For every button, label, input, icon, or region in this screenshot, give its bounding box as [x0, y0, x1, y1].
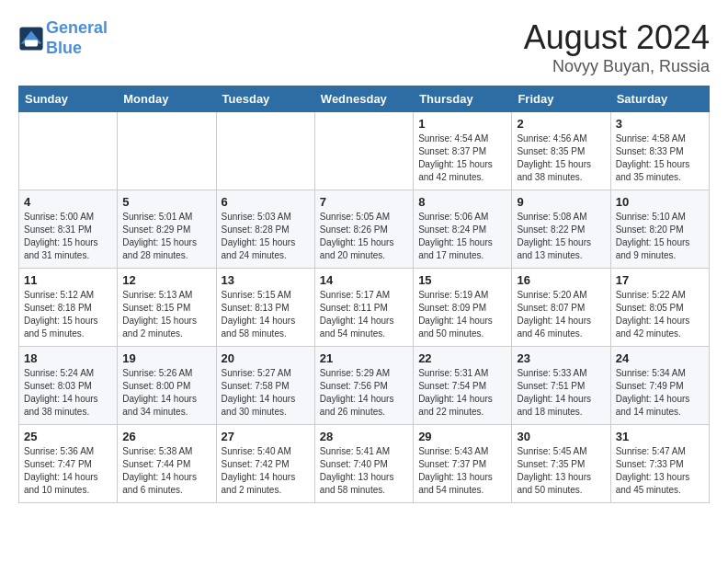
calendar-cell: 20Sunrise: 5:27 AM Sunset: 7:58 PM Dayli… [216, 347, 314, 425]
calendar-cell: 13Sunrise: 5:15 AM Sunset: 8:13 PM Dayli… [216, 269, 314, 347]
day-number: 27 [222, 430, 310, 443]
col-header-friday: Friday [512, 86, 610, 112]
day-info: Sunrise: 5:29 AM Sunset: 7:56 PM Dayligh… [320, 367, 408, 419]
day-number: 21 [320, 351, 408, 365]
logo: General Blue [18, 18, 108, 58]
calendar-cell: 3Sunrise: 4:58 AM Sunset: 8:33 PM Daylig… [610, 112, 709, 190]
calendar-cell [314, 112, 413, 190]
calendar-cell: 22Sunrise: 5:31 AM Sunset: 7:54 PM Dayli… [414, 347, 512, 425]
day-info: Sunrise: 5:31 AM Sunset: 7:54 PM Dayligh… [418, 367, 506, 419]
day-number: 2 [517, 117, 605, 131]
week-row-3: 11Sunrise: 5:12 AM Sunset: 8:18 PM Dayli… [19, 269, 710, 347]
day-info: Sunrise: 4:56 AM Sunset: 8:35 PM Dayligh… [517, 132, 605, 184]
calendar-cell: 11Sunrise: 5:12 AM Sunset: 8:18 PM Dayli… [19, 269, 118, 347]
day-number: 12 [122, 273, 210, 287]
day-number: 7 [320, 195, 408, 209]
day-info: Sunrise: 5:19 AM Sunset: 8:09 PM Dayligh… [418, 289, 506, 340]
col-header-monday: Monday [118, 86, 216, 112]
day-info: Sunrise: 5:27 AM Sunset: 7:58 PM Dayligh… [222, 367, 310, 419]
day-info: Sunrise: 5:13 AM Sunset: 8:15 PM Dayligh… [122, 289, 210, 340]
day-info: Sunrise: 5:01 AM Sunset: 8:29 PM Dayligh… [122, 211, 210, 262]
calendar-cell: 15Sunrise: 5:19 AM Sunset: 8:09 PM Dayli… [414, 269, 512, 347]
calendar-cell: 19Sunrise: 5:26 AM Sunset: 8:00 PM Dayli… [118, 347, 216, 425]
calendar-cell: 31Sunrise: 5:47 AM Sunset: 7:33 PM Dayli… [610, 425, 709, 503]
day-number: 31 [616, 430, 704, 443]
day-info: Sunrise: 5:20 AM Sunset: 8:07 PM Dayligh… [517, 289, 605, 340]
calendar-cell: 21Sunrise: 5:29 AM Sunset: 7:56 PM Dayli… [314, 347, 413, 425]
day-number: 15 [418, 273, 506, 287]
day-info: Sunrise: 5:34 AM Sunset: 7:49 PM Dayligh… [616, 367, 704, 419]
day-number: 23 [517, 351, 605, 365]
day-number: 26 [122, 430, 210, 443]
calendar-cell: 16Sunrise: 5:20 AM Sunset: 8:07 PM Dayli… [512, 269, 610, 347]
calendar-cell: 14Sunrise: 5:17 AM Sunset: 8:11 PM Dayli… [314, 269, 413, 347]
day-info: Sunrise: 5:43 AM Sunset: 7:37 PM Dayligh… [418, 445, 506, 497]
location: Novyy Buyan, Russia [524, 57, 710, 76]
calendar-cell: 18Sunrise: 5:24 AM Sunset: 8:03 PM Dayli… [19, 347, 118, 425]
day-info: Sunrise: 5:45 AM Sunset: 7:35 PM Dayligh… [517, 445, 605, 497]
day-info: Sunrise: 5:15 AM Sunset: 8:13 PM Dayligh… [222, 289, 310, 340]
day-number: 11 [24, 273, 112, 287]
calendar-cell [19, 112, 118, 190]
day-info: Sunrise: 5:03 AM Sunset: 8:28 PM Dayligh… [222, 211, 310, 262]
day-info: Sunrise: 5:40 AM Sunset: 7:42 PM Dayligh… [222, 445, 310, 497]
logo-icon [18, 26, 44, 52]
day-number: 25 [24, 430, 112, 443]
day-number: 28 [320, 430, 408, 443]
calendar-cell: 28Sunrise: 5:41 AM Sunset: 7:40 PM Dayli… [314, 425, 413, 503]
day-info: Sunrise: 5:17 AM Sunset: 8:11 PM Dayligh… [320, 289, 408, 340]
calendar-cell: 23Sunrise: 5:33 AM Sunset: 7:51 PM Dayli… [512, 347, 610, 425]
month-year: August 2024 [524, 18, 710, 57]
svg-rect-2 [25, 40, 38, 46]
calendar-cell: 1Sunrise: 4:54 AM Sunset: 8:37 PM Daylig… [414, 112, 512, 190]
calendar-cell [216, 112, 314, 190]
week-row-4: 18Sunrise: 5:24 AM Sunset: 8:03 PM Dayli… [19, 347, 710, 425]
day-number: 6 [222, 195, 310, 209]
week-row-1: 1Sunrise: 4:54 AM Sunset: 8:37 PM Daylig… [19, 112, 710, 190]
calendar-cell [118, 112, 216, 190]
day-info: Sunrise: 5:08 AM Sunset: 8:22 PM Dayligh… [517, 211, 605, 262]
day-number: 24 [616, 351, 704, 365]
day-number: 30 [517, 430, 605, 443]
calendar-cell: 12Sunrise: 5:13 AM Sunset: 8:15 PM Dayli… [118, 269, 216, 347]
day-info: Sunrise: 5:36 AM Sunset: 7:47 PM Dayligh… [24, 445, 112, 497]
day-number: 19 [122, 351, 210, 365]
calendar-cell: 6Sunrise: 5:03 AM Sunset: 8:28 PM Daylig… [216, 190, 314, 269]
calendar-cell: 9Sunrise: 5:08 AM Sunset: 8:22 PM Daylig… [512, 190, 610, 269]
day-number: 20 [222, 351, 310, 365]
day-number: 10 [616, 195, 704, 209]
day-info: Sunrise: 5:26 AM Sunset: 8:00 PM Dayligh… [122, 367, 210, 419]
col-header-saturday: Saturday [610, 86, 709, 112]
day-info: Sunrise: 5:41 AM Sunset: 7:40 PM Dayligh… [320, 445, 408, 497]
day-number: 9 [517, 195, 605, 209]
week-row-2: 4Sunrise: 5:00 AM Sunset: 8:31 PM Daylig… [19, 190, 710, 269]
day-number: 4 [24, 195, 112, 209]
day-number: 14 [320, 273, 408, 287]
day-info: Sunrise: 5:47 AM Sunset: 7:33 PM Dayligh… [616, 445, 704, 497]
header-row: SundayMondayTuesdayWednesdayThursdayFrid… [19, 86, 710, 112]
day-number: 29 [418, 430, 506, 443]
day-info: Sunrise: 5:06 AM Sunset: 8:24 PM Dayligh… [418, 211, 506, 262]
calendar-cell: 17Sunrise: 5:22 AM Sunset: 8:05 PM Dayli… [610, 269, 709, 347]
calendar-cell: 4Sunrise: 5:00 AM Sunset: 8:31 PM Daylig… [19, 190, 118, 269]
calendar-cell: 24Sunrise: 5:34 AM Sunset: 7:49 PM Dayli… [610, 347, 709, 425]
calendar-cell: 26Sunrise: 5:38 AM Sunset: 7:44 PM Dayli… [118, 425, 216, 503]
day-info: Sunrise: 4:58 AM Sunset: 8:33 PM Dayligh… [616, 132, 704, 184]
logo-text: General Blue [46, 18, 108, 58]
calendar-cell: 7Sunrise: 5:05 AM Sunset: 8:26 PM Daylig… [314, 190, 413, 269]
day-number: 16 [517, 273, 605, 287]
day-number: 22 [418, 351, 506, 365]
day-number: 8 [418, 195, 506, 209]
calendar-table: SundayMondayTuesdayWednesdayThursdayFrid… [18, 86, 710, 503]
day-number: 5 [122, 195, 210, 209]
day-number: 1 [418, 117, 506, 131]
col-header-tuesday: Tuesday [216, 86, 314, 112]
week-row-5: 25Sunrise: 5:36 AM Sunset: 7:47 PM Dayli… [19, 425, 710, 503]
day-info: Sunrise: 5:00 AM Sunset: 8:31 PM Dayligh… [24, 211, 112, 262]
day-info: Sunrise: 5:33 AM Sunset: 7:51 PM Dayligh… [517, 367, 605, 419]
col-header-sunday: Sunday [19, 86, 118, 112]
col-header-thursday: Thursday [414, 86, 512, 112]
day-number: 18 [24, 351, 112, 365]
day-number: 3 [616, 117, 704, 131]
calendar-cell: 29Sunrise: 5:43 AM Sunset: 7:37 PM Dayli… [414, 425, 512, 503]
